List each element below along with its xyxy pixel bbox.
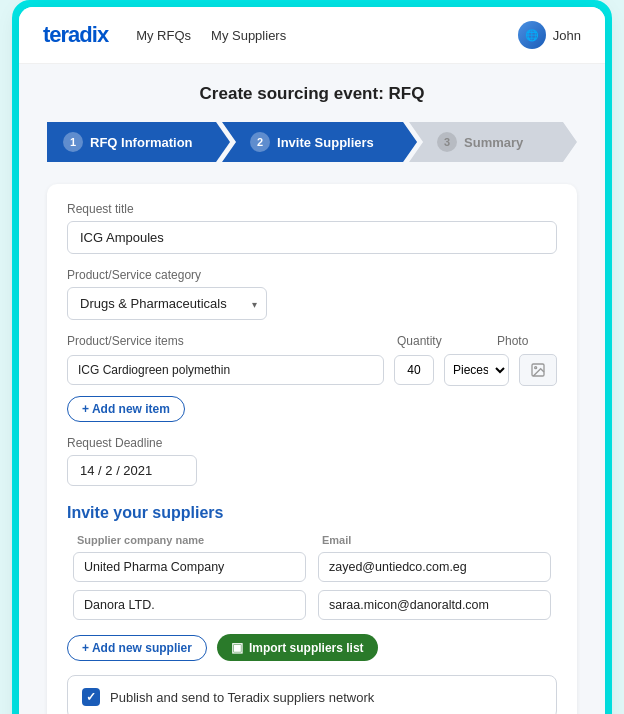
step-2-num: 2 <box>250 132 270 152</box>
supplier-name-input-2[interactable] <box>73 590 306 620</box>
logo: teradix <box>43 22 108 48</box>
category-label: Product/Service category <box>67 268 557 282</box>
stepper: 1 RFQ Information 2 Invite Suppliers 3 S… <box>47 122 577 162</box>
items-header: Product/Service items Quantity Photo <box>67 334 557 348</box>
deadline-label: Request Deadline <box>67 436 557 450</box>
col-supplier-name: Supplier company name <box>67 534 312 552</box>
nav-links: My RFQs My Suppliers <box>136 28 518 43</box>
svg-point-1 <box>535 367 537 369</box>
deadline-input[interactable] <box>67 455 197 486</box>
category-group: Product/Service category Drugs & Pharmac… <box>67 268 557 320</box>
excel-icon: ▣ <box>231 640 243 655</box>
item-name-input[interactable] <box>67 355 384 385</box>
request-title-group: Request title <box>67 202 557 254</box>
publish-row: ✓ Publish and send to Teradix suppliers … <box>67 675 557 714</box>
category-select-wrapper: Drugs & Pharmaceuticals ▾ <box>67 287 267 320</box>
request-title-label: Request title <box>67 202 557 216</box>
import-btn-label: Import suppliers list <box>249 641 364 655</box>
supplier-row-2 <box>67 590 557 628</box>
add-item-button[interactable]: + Add new item <box>67 396 185 422</box>
topbar: teradix My RFQs My Suppliers 🌐 John <box>19 7 605 64</box>
user-area: 🌐 John <box>518 21 581 49</box>
publish-checkbox[interactable]: ✓ <box>82 688 100 706</box>
step-1-label: RFQ Information <box>90 135 193 150</box>
step-1[interactable]: 1 RFQ Information <box>47 122 230 162</box>
item-qty-input[interactable] <box>394 355 434 385</box>
main-content: Create sourcing event: RFQ 1 RFQ Informa… <box>19 64 605 714</box>
nav-my-suppliers[interactable]: My Suppliers <box>211 28 286 43</box>
request-title-input[interactable] <box>67 221 557 254</box>
step-3-label: Summary <box>464 135 523 150</box>
checkmark-icon: ✓ <box>86 690 96 704</box>
items-col-name-label: Product/Service items <box>67 334 387 348</box>
avatar: 🌐 <box>518 21 546 49</box>
step-2-label: Invite Suppliers <box>277 135 374 150</box>
step-3[interactable]: 3 Summary <box>409 122 577 162</box>
supplier-email-input-2[interactable] <box>318 590 551 620</box>
step-3-num: 3 <box>437 132 457 152</box>
publish-label: Publish and send to Teradix suppliers ne… <box>110 690 374 705</box>
supplier-name-input-1[interactable] <box>73 552 306 582</box>
supplier-row-1 <box>67 552 557 590</box>
items-col-qty-label: Quantity <box>397 334 487 348</box>
items-col-photo-label: Photo <box>497 334 557 348</box>
item-unit-select[interactable]: Pieces <box>444 354 509 386</box>
import-suppliers-button[interactable]: ▣ Import suppliers list <box>217 634 378 661</box>
suppliers-table: Supplier company name Email <box>67 534 557 628</box>
nav-my-rfqs[interactable]: My RFQs <box>136 28 191 43</box>
step-2[interactable]: 2 Invite Suppliers <box>222 122 417 162</box>
page-title: Create sourcing event: RFQ <box>47 84 577 104</box>
suppliers-title: Invite your suppliers <box>67 504 557 522</box>
add-supplier-button[interactable]: + Add new supplier <box>67 635 207 661</box>
category-select[interactable]: Drugs & Pharmaceuticals <box>67 287 267 320</box>
supplier-email-input-1[interactable] <box>318 552 551 582</box>
deadline-group: Request Deadline <box>67 436 557 486</box>
main-card: teradix My RFQs My Suppliers 🌐 John Crea… <box>19 7 605 714</box>
username: John <box>553 28 581 43</box>
col-supplier-email: Email <box>312 534 557 552</box>
form-section: Request title Product/Service category D… <box>47 184 577 714</box>
photo-upload-btn[interactable] <box>519 354 557 386</box>
outer-border: teradix My RFQs My Suppliers 🌐 John Crea… <box>12 0 612 714</box>
items-group: Product/Service items Quantity Photo Pie… <box>67 334 557 422</box>
suppliers-actions: + Add new supplier ▣ Import suppliers li… <box>67 634 557 661</box>
step-1-num: 1 <box>63 132 83 152</box>
item-row-1: Pieces <box>67 354 557 386</box>
